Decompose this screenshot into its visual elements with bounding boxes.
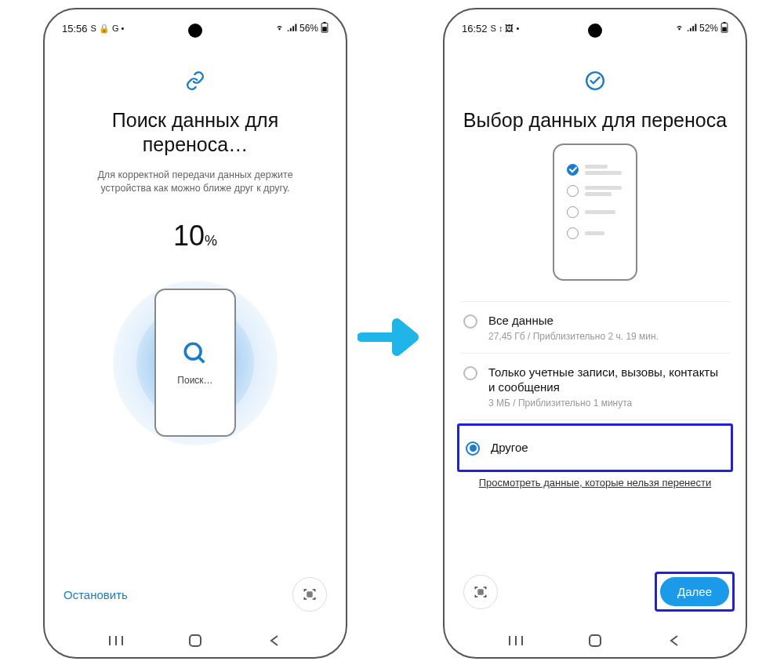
option-subtitle: 3 МБ / Приблизительно 1 минута [488, 398, 727, 409]
bottom-bar: Остановить [45, 577, 346, 612]
camera-notch [588, 24, 602, 38]
battery-text: 56% [299, 23, 318, 34]
link-icon [60, 71, 330, 94]
nav-home[interactable] [187, 632, 204, 649]
nav-recents[interactable] [507, 632, 524, 649]
svg-point-3 [185, 343, 201, 359]
scan-button[interactable] [463, 575, 498, 609]
option-title: Только учетные записи, вызовы, контакты … [488, 365, 727, 395]
nav-recents[interactable] [107, 632, 125, 649]
device-illustration [553, 143, 637, 281]
svg-rect-5 [307, 592, 312, 597]
page-title: Поиск данных для переноса… [60, 108, 330, 158]
search-label: Поиск… [177, 375, 212, 386]
battery-icon [321, 22, 328, 35]
android-nav-bar [45, 632, 346, 649]
screen-content: Выбор данных для переноса Все данные 27,… [445, 39, 746, 601]
option-title: Все данные [488, 313, 659, 329]
option-title: Другое [491, 440, 528, 456]
signal-icon [687, 23, 697, 34]
highlight-selection: Другое [457, 423, 733, 472]
status-icons: S ↕ 🖼 • [491, 24, 520, 33]
battery-icon [720, 22, 728, 35]
status-time: 15:56 [62, 23, 88, 35]
svg-rect-12 [722, 27, 726, 31]
battery-text: 52% [699, 23, 718, 34]
side-button [746, 237, 747, 311]
device-illustration: Поиск… [154, 289, 236, 437]
status-icons: S 🔒 G • [91, 24, 125, 34]
svg-line-4 [198, 357, 204, 362]
phone-right: 16:52 S ↕ 🖼 • 52% Выбор данных для перен… [443, 8, 747, 659]
bottom-bar: Далее [445, 572, 746, 612]
status-time: 16:52 [462, 23, 488, 35]
nav-back[interactable] [266, 632, 283, 649]
svg-rect-2 [322, 27, 326, 31]
progress-percent: 10% [60, 220, 330, 252]
option-all-data[interactable]: Все данные 27,45 Гб / Приблизительно 2 ч… [460, 302, 730, 354]
nav-home[interactable] [586, 632, 604, 649]
svg-rect-14 [478, 590, 483, 594]
android-nav-bar [445, 632, 746, 649]
magnifier-icon [182, 340, 209, 367]
svg-rect-18 [590, 635, 601, 646]
wifi-icon [674, 23, 684, 34]
camera-notch [188, 24, 202, 38]
svg-rect-9 [190, 635, 201, 646]
radio-icon [463, 314, 477, 329]
next-button[interactable]: Далее [660, 577, 729, 606]
side-button [347, 237, 347, 311]
radio-icon [463, 366, 477, 380]
svg-rect-1 [323, 22, 325, 24]
page-subtitle: Для корректной передачи данных держите у… [60, 169, 330, 196]
phone-left: 15:56 S 🔒 G • 56% Поиск данных для перен… [43, 8, 347, 659]
wifi-icon [274, 23, 285, 34]
nav-back[interactable] [666, 632, 683, 649]
option-list: Все данные 27,45 Гб / Приблизительно 2 ч… [460, 301, 730, 469]
page-title: Выбор данных для переноса [460, 108, 730, 133]
option-other[interactable]: Другое [459, 426, 731, 470]
signal-icon [287, 23, 297, 34]
stop-button[interactable]: Остановить [64, 588, 128, 601]
highlight-next: Далее [655, 572, 735, 612]
side-button [347, 135, 347, 174]
view-excluded-link[interactable]: Просмотреть данные, которые нельзя перен… [460, 477, 730, 489]
search-animation: Поиск… [113, 281, 278, 445]
arrow-icon [358, 314, 428, 364]
screen-content: Поиск данных для переноса… Для корректно… [45, 39, 346, 601]
svg-rect-11 [723, 22, 725, 24]
option-accounts-only[interactable]: Только учетные записи, вызовы, контакты … [460, 354, 730, 420]
side-button [746, 135, 747, 174]
scan-button[interactable] [292, 577, 327, 612]
radio-icon [466, 441, 480, 456]
option-subtitle: 27,45 Гб / Приблизительно 2 ч. 19 мин. [488, 331, 659, 342]
check-icon [460, 71, 730, 94]
